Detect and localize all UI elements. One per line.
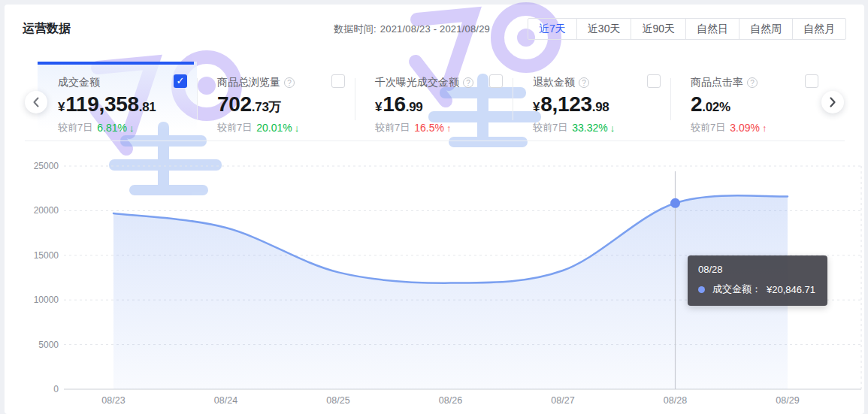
question-circle-icon[interactable]: ?	[579, 77, 589, 88]
selected-indicator-bar	[38, 62, 194, 65]
chart-tooltip: 08/28 成交金额： ¥20,846.71	[688, 255, 827, 306]
metric-cards-row: 成交金额✓¥119,358.81较前7日6.81%↓商品总浏览量?702.73万…	[38, 62, 829, 140]
question-circle-icon[interactable]: ?	[284, 77, 295, 88]
x-axis-tick-label: 08/27	[551, 395, 574, 406]
metric-value-part: 16	[383, 92, 406, 116]
y-axis-tick-label: 20000	[34, 205, 59, 216]
metric-delta-row: 较前7日33.32%↓	[533, 121, 670, 134]
x-axis-tick-label: 08/24	[214, 395, 237, 406]
delta-value: 6.81%	[97, 122, 127, 134]
section-divider	[25, 141, 845, 141]
metric-value-part: .81	[139, 100, 156, 115]
y-axis-tick-label: 25000	[34, 161, 59, 171]
arrow-up-icon: ↑	[446, 122, 452, 134]
metric-checkbox-refund[interactable]	[647, 74, 661, 88]
data-time-label: 数据时间:	[334, 23, 377, 35]
metric-label: 成交金额	[58, 76, 100, 89]
arrow-down-icon: ↓	[129, 122, 135, 134]
y-axis-tick-label: 15000	[34, 250, 59, 261]
metric-label: 商品总浏览量	[217, 76, 280, 89]
scroll-right-button[interactable]	[821, 91, 844, 113]
metric-card-refund[interactable]: 退款金额?¥8,123.98较前7日33.32%↓	[513, 62, 670, 140]
metric-card-gmv[interactable]: 成交金额✓¥119,358.81较前7日6.81%↓	[38, 62, 197, 140]
metric-value-part: ¥	[58, 100, 65, 115]
metric-checkbox-gmv-per-mille[interactable]	[489, 74, 503, 88]
time-range-tab-group: 近7天近30天近90天自然日自然周自然月	[528, 18, 846, 40]
arrow-up-icon: ↑	[762, 122, 767, 134]
chevron-right-icon	[829, 96, 836, 108]
tab-time-range-2[interactable]: 近90天	[631, 19, 685, 39]
page-title: 运营数据	[23, 21, 71, 37]
metric-delta-row: 较前7日6.81%↓	[58, 121, 197, 134]
delta-value: 3.09%	[730, 122, 760, 134]
x-axis-tick-label: 08/29	[776, 395, 799, 406]
metric-value-part: .73万	[252, 98, 281, 116]
metric-value-part: 2	[691, 92, 702, 116]
metric-value-part: ¥	[375, 100, 382, 115]
arrow-down-icon: ↓	[295, 122, 300, 134]
delta-label: 较前7日	[217, 121, 252, 134]
delta-value: 33.32%	[572, 122, 607, 134]
y-axis-tick-label: 0	[53, 384, 59, 394]
metric-value: ¥16.99	[375, 92, 513, 116]
metric-card-views[interactable]: 商品总浏览量?702.73万较前7日20.01%↓	[197, 62, 355, 140]
metric-checkbox-gmv[interactable]: ✓	[174, 74, 187, 88]
x-axis-tick-label: 08/23	[101, 395, 125, 406]
metric-label: 商品点击率	[691, 76, 743, 89]
metric-card-gmv-per-mille[interactable]: 千次曝光成交金额?¥16.99较前7日16.5%↑	[355, 62, 513, 140]
tab-time-range-1[interactable]: 近30天	[576, 19, 631, 39]
tab-time-range-5[interactable]: 自然月	[792, 19, 845, 39]
hover-data-point-marker[interactable]	[670, 198, 680, 208]
tooltip-series-label: 成交金额：	[712, 283, 761, 296]
x-axis-tick-label: 08/25	[326, 395, 349, 406]
metric-label: 千次曝光成交金额	[375, 76, 459, 89]
metric-checkbox-views[interactable]	[331, 74, 345, 88]
metric-value-part: .99	[406, 100, 423, 115]
tab-time-range-4[interactable]: 自然周	[739, 19, 792, 39]
delta-label: 较前7日	[375, 121, 410, 134]
metric-delta-row: 较前7日16.5%↑	[375, 121, 513, 134]
metric-delta-row: 较前7日20.01%↓	[217, 121, 355, 134]
question-circle-icon[interactable]: ?	[747, 77, 758, 88]
y-axis-tick-label: 10000	[34, 295, 59, 305]
metric-value: ¥119,358.81	[58, 92, 197, 116]
tab-time-range-0[interactable]: 近7天	[528, 19, 576, 39]
question-circle-icon[interactable]: ?	[463, 77, 473, 88]
metric-value-part: .98	[592, 100, 609, 115]
chevron-left-icon	[32, 96, 40, 108]
metric-value-part: 8,123	[540, 92, 592, 116]
data-time-range: 数据时间:2021/08/23 - 2021/08/29	[334, 23, 490, 36]
delta-label: 较前7日	[691, 121, 725, 134]
tab-time-range-3[interactable]: 自然日	[685, 19, 739, 39]
metric-checkbox-ctr[interactable]	[805, 74, 818, 88]
metric-value: 2.02%	[691, 92, 828, 116]
header-controls: 数据时间:2021/08/23 - 2021/08/29 近7天近30天近90天…	[334, 18, 846, 40]
metric-value-part: 119,358	[65, 92, 139, 116]
delta-value: 16.5%	[414, 122, 444, 134]
metric-delta-row: 较前7日3.09%↑	[691, 121, 828, 134]
metric-card-ctr[interactable]: 商品点击率?2.02%较前7日3.09%↑	[670, 62, 828, 140]
metric-value: ¥8,123.98	[533, 92, 670, 116]
delta-label: 较前7日	[533, 121, 567, 134]
delta-value: 20.01%	[256, 122, 292, 134]
scroll-left-button[interactable]	[25, 91, 47, 113]
tooltip-series-value: ¥20,846.71	[767, 284, 815, 295]
delta-label: 较前7日	[58, 121, 92, 134]
x-axis-tick-label: 08/28	[664, 395, 687, 406]
metric-value-part: .02%	[702, 100, 730, 115]
tooltip-series-row: 成交金额： ¥20,846.71	[698, 283, 815, 296]
y-axis-tick-label: 5000	[38, 340, 59, 350]
series-dot-icon	[698, 286, 705, 293]
arrow-down-icon: ↓	[610, 122, 615, 134]
x-axis-tick-label: 08/26	[439, 395, 462, 406]
metric-value-part: 702	[217, 92, 252, 116]
metric-value-part: ¥	[533, 100, 540, 115]
data-time-value: 2021/08/23 - 2021/08/29	[380, 23, 490, 35]
tooltip-date: 08/28	[698, 264, 815, 275]
metric-value: 702.73万	[217, 92, 355, 116]
metric-label: 退款金额	[533, 76, 575, 89]
